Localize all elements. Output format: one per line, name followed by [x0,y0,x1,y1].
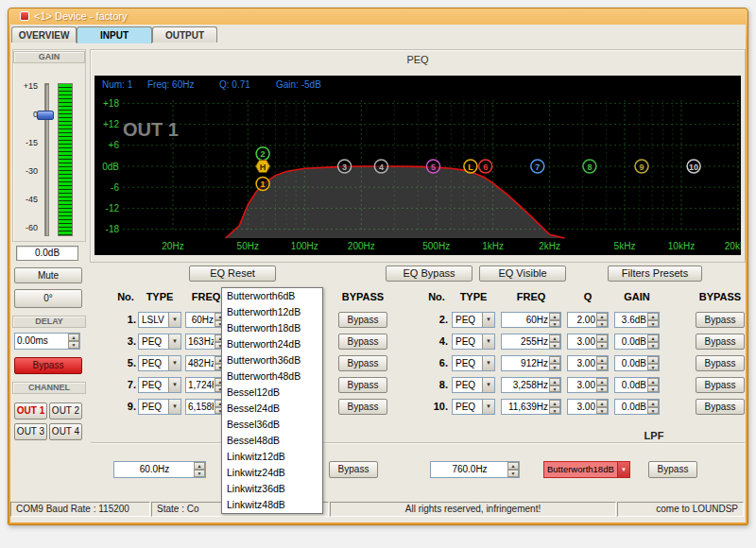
lpf-bypass-button[interactable]: Bypass [648,461,697,478]
dropdown-item[interactable]: Linkwitz12dB [222,449,322,465]
band-type-select[interactable]: PEQ▼ [452,355,495,371]
phase-button[interactable]: 0° [14,289,82,308]
chevron-down-icon[interactable]: ▼ [617,462,629,477]
dropdown-item[interactable]: Butterworth12dB [222,304,322,320]
filters-presets-button[interactable]: Filters Presets [608,265,702,282]
chevron-down-icon[interactable]: ▼ [482,334,494,349]
band-freq-spinner[interactable]: 255Hz▲▼ [501,334,561,350]
channel-out4-button[interactable]: OUT 4 [49,423,82,440]
spin-up-icon[interactable]: ▲ [596,400,608,407]
hpf-freq-spinner[interactable]: 60.0Hz ▲▼ [113,461,206,478]
spin-up-icon[interactable]: ▲ [647,356,659,364]
lpf-type-select[interactable]: Butterworth18dB ▼ [543,461,630,478]
band-type-select[interactable]: PEQ▼ [452,399,495,415]
band-freq-spinner[interactable]: 60Hz▲▼ [501,312,561,328]
spin-down-icon[interactable]: ▼ [647,364,659,371]
spin-up-icon[interactable]: ▲ [549,356,560,364]
spin-down-icon[interactable]: ▼ [596,385,608,393]
spin-down-icon[interactable]: ▼ [549,364,560,371]
spin-down-icon[interactable]: ▼ [647,342,659,350]
spin-up-icon[interactable]: ▲ [647,400,659,407]
eq-bypass-button[interactable]: EQ Bypass [386,265,472,282]
spin-down-icon[interactable]: ▼ [507,470,519,477]
titlebar[interactable]: <1> Device - factory [8,8,748,25]
dropdown-item[interactable]: Bessel12dB [222,385,322,401]
dropdown-item[interactable]: Linkwitz36dB [222,481,322,497]
spin-up-icon[interactable]: ▲ [549,313,560,320]
chevron-down-icon[interactable]: ▼ [482,356,494,370]
band-bypass-button[interactable]: Bypass [696,312,745,328]
spin-down-icon[interactable]: ▼ [194,470,205,477]
band-gain-spinner[interactable]: 0.0dB▲▼ [614,334,660,350]
spin-down-icon[interactable]: ▼ [596,320,608,328]
band-freq-spinner[interactable]: 11,639Hz▲▼ [501,399,561,415]
dropdown-item[interactable]: Linkwitz48dB [222,497,322,513]
spin-down-icon[interactable]: ▼ [596,342,608,350]
band-q-spinner[interactable]: 3.00▲▼ [567,399,609,415]
spin-up-icon[interactable]: ▲ [549,378,560,385]
spin-up-icon[interactable]: ▲ [194,462,205,470]
tab-overview[interactable]: OVERVIEW [11,26,77,43]
band-type-select[interactable]: PEQ▼ [452,312,495,328]
lpf-freq-spinner[interactable]: 760.0Hz ▲▼ [430,461,520,478]
band-q-spinner[interactable]: 3.00▲▼ [567,355,609,371]
spin-up-icon[interactable]: ▲ [549,400,560,407]
band-freq-spinner[interactable]: 912Hz▲▼ [501,355,561,371]
spin-up-icon[interactable]: ▲ [549,334,560,342]
spin-down-icon[interactable]: ▼ [549,320,560,328]
dropdown-item[interactable]: Bessel48dB [222,433,322,449]
spin-down-icon[interactable]: ▼ [647,385,659,393]
spin-down-icon[interactable]: ▼ [549,407,560,415]
mute-button[interactable]: Mute [14,267,82,283]
band-q-spinner[interactable]: 3.00▲▼ [567,334,609,350]
band-gain-spinner[interactable]: 0.0dB▲▼ [614,399,660,415]
band-bypass-button[interactable]: Bypass [696,355,745,371]
dropdown-item[interactable]: Butterworth48dB [222,368,322,385]
hpf-bypass-button[interactable]: Bypass [329,461,378,478]
spin-up-icon[interactable]: ▲ [647,378,659,385]
spin-up-icon[interactable]: ▲ [596,334,608,342]
band-q-spinner[interactable]: 3.00▲▼ [567,377,609,393]
spin-up-icon[interactable]: ▲ [647,334,659,342]
eq-reset-button[interactable]: EQ Reset [189,265,276,282]
spin-up-icon[interactable]: ▲ [596,356,608,364]
dropdown-item[interactable]: Butterworth36dB [222,352,322,368]
spin-down-icon[interactable]: ▼ [549,342,560,350]
spin-down-icon[interactable]: ▼ [596,364,608,371]
band-type-select[interactable]: PEQ▼ [452,377,495,393]
spin-up-icon[interactable]: ▲ [596,378,608,385]
tab-input[interactable]: INPUT [77,26,152,43]
band-bypass-button[interactable]: Bypass [696,399,745,415]
band-freq-spinner[interactable]: 3,258Hz▲▼ [501,377,561,393]
eq-graph-area[interactable]: 20Hz50Hz100Hz200Hz500Hz1kHz2kHz5kHz10kHz… [94,76,741,255]
chevron-down-icon[interactable]: ▼ [482,378,494,392]
band-bypass-button[interactable]: Bypass [696,377,745,393]
spin-up-icon[interactable]: ▲ [647,313,659,320]
dropdown-item[interactable]: Butterworth6dB [222,288,322,304]
band-gain-spinner[interactable]: 3.6dB▲▼ [614,312,660,328]
gain-fader-track[interactable] [44,83,49,236]
dropdown-item[interactable]: Linkwitz24dB [222,465,322,481]
channel-out3-button[interactable]: OUT 3 [14,423,47,440]
spin-up-icon[interactable]: ▲ [507,462,519,470]
spin-down-icon[interactable]: ▼ [647,320,659,328]
spin-down-icon[interactable]: ▼ [549,385,560,393]
gain-fader-handle[interactable] [37,111,54,120]
band-gain-spinner[interactable]: 0.0dB▲▼ [614,355,660,371]
chevron-down-icon[interactable]: ▼ [482,313,494,327]
dropdown-item[interactable]: Bessel24dB [222,401,322,417]
filter-type-dropdown-list[interactable]: Butterworth6dBButterworth12dBButterworth… [221,287,323,514]
band-q-spinner[interactable]: 2.00▲▼ [567,312,609,328]
dropdown-item[interactable]: Butterworth18dB [222,320,322,336]
band-bypass-button[interactable]: Bypass [696,334,745,350]
eq-visible-button[interactable]: EQ Visible [479,265,566,282]
chevron-down-icon[interactable]: ▼ [482,400,494,414]
band-type-select[interactable]: PEQ▼ [452,334,495,350]
tab-output[interactable]: OUTPUT [152,26,217,43]
spin-up-icon[interactable]: ▲ [596,313,608,320]
spin-down-icon[interactable]: ▼ [596,407,608,415]
dropdown-item[interactable]: Bessel36dB [222,417,322,433]
band-gain-spinner[interactable]: 0.0dB▲▼ [614,377,660,393]
dropdown-item[interactable]: Butterworth24dB [222,336,322,352]
spin-down-icon[interactable]: ▼ [647,407,659,415]
